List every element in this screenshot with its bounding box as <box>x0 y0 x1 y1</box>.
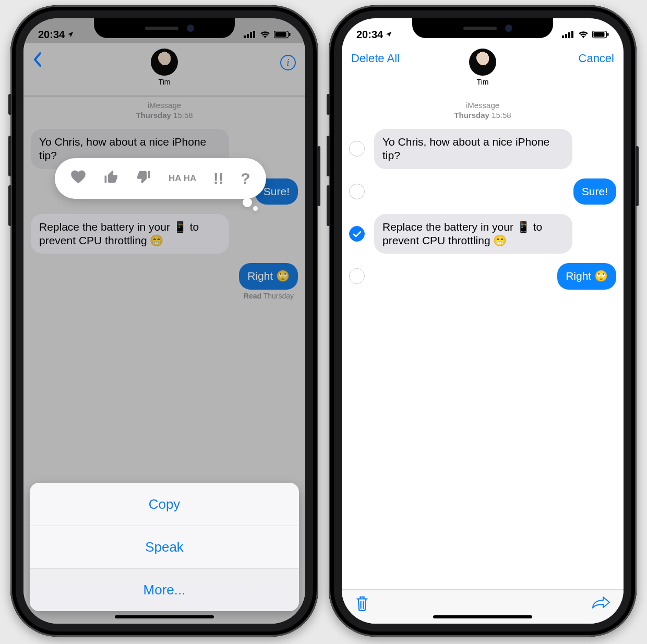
message-row: Replace the battery in your 📱 to prevent… <box>31 214 298 254</box>
chevron-left-icon <box>33 52 42 67</box>
status-time-text: 20:34 <box>356 29 383 41</box>
thread-meta: iMessage Thursday 15:58 <box>349 101 616 120</box>
battery-icon <box>274 31 291 39</box>
tapback-haha[interactable]: HA HA <box>169 175 196 182</box>
svg-rect-9 <box>568 32 570 38</box>
message-bubble-received[interactable]: Yo Chris, how about a nice iPhone tip? <box>374 129 572 169</box>
tapback-question[interactable]: ? <box>241 170 250 187</box>
svg-rect-5 <box>275 32 286 37</box>
message-row: Right 🙄 <box>349 263 616 289</box>
meta-day: Thursday <box>136 111 171 120</box>
tapback-dislike[interactable] <box>136 169 151 188</box>
back-button[interactable] <box>33 49 90 70</box>
delete-all-button[interactable]: Delete All <box>351 49 409 65</box>
contact-name: Tim <box>159 78 171 86</box>
service-label: iMessage <box>31 101 298 110</box>
edit-toolbar <box>342 589 624 624</box>
message-bubble-sent[interactable]: Right 🙄 <box>239 263 298 289</box>
message-bubble-sent[interactable]: Right 🙄 <box>557 263 616 289</box>
status-time: 20:34 <box>38 29 74 41</box>
tapback-emphasize[interactable]: !! <box>213 170 224 187</box>
select-circle-checked[interactable] <box>349 226 365 242</box>
tapback-picker: HA HA !! ? <box>55 158 266 199</box>
svg-rect-12 <box>594 32 605 37</box>
trash-icon <box>354 594 370 612</box>
message-row: Right 🙄 <box>31 263 298 289</box>
select-circle[interactable] <box>349 268 365 284</box>
meta-day: Thursday <box>454 111 489 120</box>
svg-rect-7 <box>562 35 564 38</box>
check-icon <box>353 231 362 237</box>
trash-button[interactable] <box>354 594 370 612</box>
contact-name: Tim <box>477 78 489 86</box>
cancel-button[interactable]: Cancel <box>557 49 614 65</box>
svg-rect-13 <box>607 33 609 36</box>
thread-meta: iMessage Thursday 15:58 <box>31 101 298 120</box>
tapback-heart[interactable] <box>70 170 86 188</box>
silence-switch <box>327 94 330 115</box>
action-copy[interactable]: Copy <box>30 483 299 526</box>
read-label: Read <box>244 292 261 300</box>
action-speak[interactable]: Speak <box>30 526 299 568</box>
location-icon <box>385 31 392 38</box>
notch <box>412 18 553 38</box>
info-button[interactable]: i <box>280 55 296 70</box>
message-row: Yo Chris, how about a nice iPhone tip? <box>349 129 616 169</box>
cellular-icon <box>244 31 256 38</box>
read-when: Thursday <box>263 292 294 300</box>
svg-rect-8 <box>565 34 567 38</box>
svg-rect-0 <box>244 35 246 38</box>
svg-rect-2 <box>250 32 252 38</box>
svg-rect-3 <box>253 31 255 38</box>
svg-rect-6 <box>289 33 291 36</box>
meta-time: 15:58 <box>492 111 511 120</box>
phone-right: 20:34 Delete All Tim Cancel iMessage Thu… <box>329 5 637 637</box>
message-thread-edit: iMessage Thursday 15:58 Yo Chris, how ab… <box>342 97 624 624</box>
message-bubble-sent[interactable]: Sure! <box>573 178 616 205</box>
wifi-icon <box>578 31 589 39</box>
service-label: iMessage <box>349 101 616 110</box>
message-row: Sure! <box>349 178 616 205</box>
location-icon <box>67 31 74 38</box>
silence-switch <box>8 94 11 115</box>
tapback-like[interactable] <box>103 169 119 188</box>
volume-down-button <box>327 185 330 226</box>
side-button <box>317 146 320 206</box>
home-indicator[interactable] <box>115 615 214 618</box>
volume-up-button <box>8 136 11 176</box>
notch <box>94 18 235 38</box>
side-button <box>636 146 639 206</box>
cellular-icon <box>562 31 574 38</box>
forward-button[interactable] <box>591 595 611 611</box>
volume-down-button <box>8 185 11 226</box>
status-time-text: 20:34 <box>38 29 65 41</box>
svg-rect-1 <box>247 34 249 38</box>
svg-rect-10 <box>571 31 573 38</box>
select-circle[interactable] <box>349 184 365 199</box>
read-receipt: Read Thursday <box>31 292 298 300</box>
contact-avatar[interactable] <box>151 49 178 76</box>
message-row: Replace the battery in your 📱 to prevent… <box>349 214 616 254</box>
contact-avatar[interactable] <box>469 49 496 76</box>
action-sheet: Copy Speak More... <box>30 483 299 611</box>
chat-header-edit: Delete All Tim Cancel <box>342 43 624 96</box>
chat-header: Tim i <box>23 43 305 96</box>
volume-up-button <box>327 136 330 176</box>
home-indicator[interactable] <box>433 615 532 618</box>
message-bubble-received-selected[interactable]: Replace the battery in your 📱 to prevent… <box>31 214 229 254</box>
phone-left: 20:34 Tim i iMessage <box>10 5 318 637</box>
select-circle[interactable] <box>349 141 365 157</box>
status-time: 20:34 <box>356 29 392 41</box>
meta-time: 15:58 <box>173 111 193 120</box>
forward-arrow-icon <box>591 595 611 611</box>
message-bubble-received[interactable]: Replace the battery in your 📱 to prevent… <box>374 214 572 254</box>
action-more[interactable]: More... <box>30 568 299 611</box>
battery-icon <box>592 31 609 39</box>
wifi-icon <box>260 31 270 39</box>
